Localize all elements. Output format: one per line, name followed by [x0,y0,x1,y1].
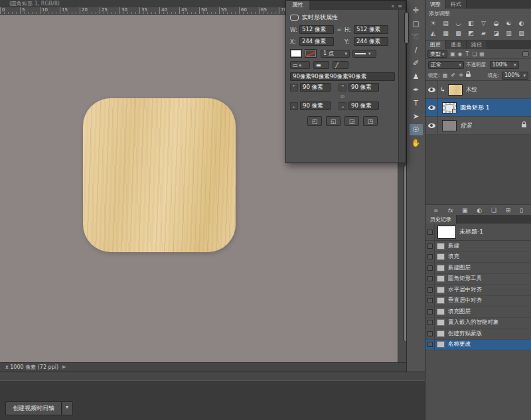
layer-style-icon[interactable]: fx [447,206,453,215]
vibrance-icon[interactable]: ▽ [477,18,490,28]
opacity-input[interactable]: 100% [490,61,519,69]
eye-icon[interactable] [428,123,435,128]
layer-name[interactable]: 背景 [460,121,472,130]
exclude-shape-button[interactable]: ◳ [363,116,378,126]
width-input[interactable]: 512 像素 [299,25,334,34]
tab-paths[interactable]: 路径 [467,40,487,49]
new-group-icon[interactable]: ❏ [491,206,496,215]
history-brush-well[interactable] [425,318,435,328]
stroke-align-select[interactable]: ▭ [290,61,310,69]
radius-bottomleft-input[interactable]: 90 像素 [300,102,331,110]
history-step-row[interactable]: 新建 [425,241,531,252]
history-brush-well[interactable] [425,241,435,251]
layer-filter-type-select[interactable]: 类型 [427,50,447,58]
wood-rounded-square-shape[interactable] [83,98,236,252]
y-input[interactable]: 244 像素 [354,37,388,46]
history-step-row[interactable]: 圆角矩形工具 [425,274,531,285]
tab-history[interactable]: 历史记录 [425,215,457,224]
history-brush-source-box[interactable] [427,331,433,336]
brush-tool[interactable]: ✐ [409,57,423,70]
stroke-cap-select[interactable]: ▬ [313,61,329,69]
filter-pixel-icon[interactable]: ▣ [449,51,457,57]
posterize-icon[interactable]: ▰ [477,28,490,38]
fill-color-swatch[interactable] [290,49,302,58]
timeline-dropdown-button[interactable] [62,401,73,415]
history-brush-source-box[interactable] [427,342,433,347]
channel-mixer-icon[interactable]: ▦ [439,28,452,38]
intersect-shape-button[interactable]: ◲ [344,116,359,126]
layer-name[interactable]: 圆角矩形 1 [460,104,490,112]
height-input[interactable]: 512 像素 [354,25,388,34]
combine-shapes-button[interactable]: ◰ [307,116,322,126]
eye-icon[interactable] [428,105,435,110]
history-brush-source-box[interactable] [427,265,433,271]
threshold-icon[interactable]: ◪ [490,28,502,38]
tab-adjustments[interactable]: 调整 [425,0,446,9]
history-snapshot-row[interactable]: 未标题-1 [425,224,531,241]
corner-radius-summary-input[interactable]: 90像素90像素90像素90像素 [290,72,395,81]
selective-color-icon[interactable]: ▨ [515,28,528,38]
history-brush-source-box[interactable] [427,309,433,315]
filter-smartobject-icon[interactable]: ▦ [479,51,486,57]
delete-layer-icon[interactable]: ▯ [520,206,523,215]
history-brush-source-box[interactable] [427,298,433,303]
pen-tool[interactable]: ✒ [409,84,423,96]
photo-filter-icon[interactable]: ◭ [427,28,439,38]
eyedropper-tool[interactable]: ∕ [409,44,423,56]
history-step-row[interactable]: 新建图层 [425,263,531,274]
tab-properties[interactable]: 属性 [286,1,309,10]
tab-layers[interactable]: 图层 [425,40,446,49]
status-arrow-icon[interactable]: ▶ [62,363,66,372]
3d-tool[interactable]: ☉ [409,123,423,136]
history-brush-source-box[interactable] [427,320,433,325]
stroke-color-swatch[interactable] [305,49,317,58]
subtract-shape-button[interactable]: ◱ [326,116,341,126]
move-tool[interactable]: ✛ [409,4,423,17]
collapse-panel-icon[interactable]: « [391,3,394,9]
history-step-row[interactable]: 名称更改 [425,340,531,351]
history-step-row[interactable]: 创建剪贴蒙版 [425,328,531,340]
lock-position-icon[interactable]: ✛ [458,72,465,78]
blend-mode-select[interactable]: 正常 [428,61,464,69]
history-brush-source-box[interactable] [427,276,433,281]
lasso-tool[interactable]: ➰ [409,31,423,43]
history-step-row[interactable]: 置入嵌入的智能对象 [425,318,531,329]
stroke-type-select[interactable] [352,50,376,58]
history-step-row[interactable]: 填充图层 [425,307,531,318]
color-balance-icon[interactable]: ☯ [502,18,515,28]
history-brush-well[interactable] [425,224,435,240]
marquee-tool[interactable]: ▢ [409,17,423,30]
fill-input[interactable]: 100% [502,72,528,80]
color-lookup-icon[interactable]: ▩ [452,28,465,38]
brightness-contrast-icon[interactable]: ☀ [427,18,439,28]
hue-saturation-icon[interactable]: ◒ [490,18,502,28]
black-white-icon[interactable]: ◐ [515,18,528,28]
history-brush-well[interactable] [425,285,435,295]
hand-tool[interactable]: ✋ [409,137,423,149]
invert-icon[interactable]: ◩ [465,28,477,38]
history-step-row[interactable]: 垂直居中对齐 [425,296,531,307]
history-brush-source-box[interactable] [427,287,433,293]
create-video-timeline-button[interactable]: 创建视频时间轴 [5,401,62,415]
history-brush-well[interactable] [425,252,435,263]
history-brush-well[interactable] [425,296,435,307]
type-tool[interactable]: T [409,97,423,109]
history-brush-source-box[interactable] [427,230,433,235]
radius-bottomright-input[interactable]: 90 像素 [348,102,379,110]
layer-thumbnail[interactable] [448,84,463,96]
history-brush-well[interactable] [425,274,435,285]
layer-row[interactable]: 背景 [425,117,531,135]
link-radii-icon[interactable]: ∞ [290,93,395,100]
path-selection-tool[interactable]: ➤ [409,110,423,123]
visibility-well[interactable] [425,99,438,116]
add-layer-mask-icon[interactable]: ▣ [462,206,468,215]
history-brush-well[interactable] [425,328,435,339]
layer-row[interactable]: ↳木纹 [425,81,531,99]
scrollbar-thumb[interactable] [404,12,409,44]
history-brush-well[interactable] [425,307,435,317]
gradient-map-icon[interactable]: ▥ [502,28,515,38]
history-step-row[interactable]: 填充 [425,252,531,263]
lock-transparent-pixels-icon[interactable]: ▦ [442,72,449,78]
link-dimensions-icon[interactable]: ∞ [337,27,342,33]
radius-topright-input[interactable]: 90 像素 [348,83,379,92]
